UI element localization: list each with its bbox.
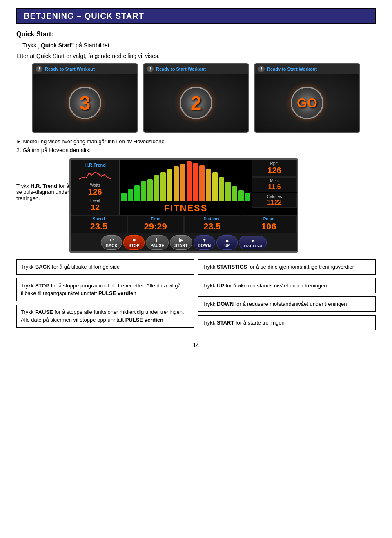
countdown-number-go: GO: [291, 87, 323, 119]
watts-label: Watts: [88, 183, 102, 187]
stats-icon: ●: [251, 238, 254, 243]
hr-graph-icon: [79, 169, 111, 181]
distance-stat: Distance 23.5: [184, 215, 241, 233]
back-label: BACK: [106, 243, 118, 248]
countdown-screen-2: i Ready to Start Workout 2: [143, 63, 249, 133]
screen2-label: Ready to Start Workout: [156, 67, 206, 71]
speed-stat: Speed 23.5: [71, 215, 127, 233]
back-annotation: Trykk BACK for å gå tilbake til forrige …: [16, 259, 194, 275]
statistics-button[interactable]: ● STATISTICS: [239, 236, 266, 249]
mets-label: Mets: [255, 179, 294, 183]
annotation-right: Trykk STATISTICS for å se dine gjennomsn…: [198, 259, 376, 333]
up-button[interactable]: ▲ UP: [216, 235, 238, 250]
watts-value: 126: [88, 187, 102, 197]
pause-annotation: Trykk PAUSE for å stoppe alle funksjoner…: [16, 305, 194, 328]
start-icon: ▶: [179, 237, 183, 243]
countdown-number-3: 3: [69, 87, 101, 119]
distance-label: Distance: [186, 217, 238, 221]
screen1-label: Ready to Start Workout: [45, 67, 95, 71]
start-label: START: [174, 243, 188, 248]
pulse-label: Pulse: [243, 217, 295, 221]
level-label: Level: [90, 198, 100, 203]
screen3-label: Ready to Start Workout: [267, 67, 317, 71]
annotation-area: Trykk BACK for å gå tilbake til forrige …: [16, 259, 376, 333]
step2-intro-text: Etter at Quick Start er valgt, følgende …: [16, 53, 376, 59]
hr-trend-label: H.R.Trend: [85, 162, 106, 167]
step1-text: 1. Trykk „Quick Start" på Startbildet.: [16, 42, 376, 49]
stop-annotation: Trykk STOP for å stoppe programmet du tr…: [16, 278, 194, 301]
rpm-label: Rpm: [255, 161, 294, 166]
bar-chart: [120, 160, 252, 201]
fitness-screen: H.R.Trend Watts 126 Level 12: [69, 158, 298, 253]
info-icon-3: i: [258, 66, 265, 72]
left-annotation: Trykk H.R. Trend for å se puls-diagram u…: [16, 158, 69, 201]
page-title: Betjening – Quick Start: [24, 11, 368, 21]
page-header: Betjening – Quick Start: [16, 8, 376, 24]
fitness-top: H.R.Trend Watts 126 Level 12: [71, 160, 297, 215]
annotation-left: Trykk BACK for å gå tilbake til forrige …: [16, 259, 194, 333]
back-button[interactable]: ↩ BACK: [101, 235, 122, 250]
countdown-row: i Ready to Start Workout 3 i Ready to St…: [16, 63, 376, 133]
up-label: UP: [224, 243, 230, 248]
countdown-screen-3: i Ready to Start Workout 3: [32, 63, 138, 133]
pulse-stat: Pulse 106: [241, 215, 297, 233]
distance-value: 23.5: [186, 221, 238, 232]
countdown-screen-go: i Ready to Start Workout GO: [254, 63, 360, 133]
calories-stat: Calories 1122: [252, 193, 297, 208]
up-icon: ▲: [225, 237, 229, 243]
countdown-number-2: 2: [180, 87, 212, 119]
mets-value: 11.6: [255, 183, 294, 191]
time-value: 29:29: [129, 221, 182, 232]
info-icon-2: i: [147, 66, 154, 72]
section-title: Quick Start:: [16, 31, 376, 38]
pause-button[interactable]: ⏸ PAUSE: [146, 235, 169, 250]
hr-trend-box: H.R.Trend Watts 126 Level 12: [71, 160, 120, 215]
start-button[interactable]: ▶ START: [170, 235, 192, 250]
stop-icon: ■: [133, 237, 136, 243]
fitness-label-row: FITNESS: [120, 201, 252, 215]
control-buttons: ↩ BACK ■ STOP ⏸ PAUSE ▶ START ▼ DOWN ▲ U…: [71, 233, 297, 251]
calories-label: Calories: [255, 194, 294, 199]
bottom-stats-row: Speed 23.5 Time 29:29 Distance 23.5 Puls…: [71, 215, 297, 233]
page-number: 14: [16, 342, 376, 348]
countdown-note: Nedtelling vises hver gang man går inn i…: [16, 138, 376, 145]
pause-icon: ⏸: [155, 237, 160, 243]
down-icon: ▼: [202, 237, 207, 243]
fitness-area: Trykk H.R. Trend for å se puls-diagram u…: [16, 158, 376, 253]
stop-label: STOP: [129, 243, 140, 248]
pulse-value: 106: [243, 221, 295, 232]
mets-stat: Mets 11.6: [252, 177, 297, 192]
start-annotation: Trykk START for å starte treningen: [198, 315, 376, 331]
stop-button[interactable]: ■ STOP: [123, 235, 145, 250]
down-button[interactable]: ▼ DOWN: [194, 235, 216, 250]
statistics-annotation: Trykk STATISTICS for å se dine gjennomsn…: [198, 259, 376, 275]
level-value: 12: [90, 203, 100, 212]
step2-text: 2. Gå inn på Hovedsiden slik:: [16, 147, 376, 153]
calories-value: 1122: [255, 199, 294, 206]
time-label: Time: [129, 217, 182, 221]
speed-value: 23.5: [73, 221, 125, 232]
right-stats: Rpm 126 Mets 11.6 Calories 1122: [252, 160, 297, 215]
up-annotation: Trykk UP for å øke motstands nivået unde…: [198, 278, 376, 293]
rpm-stat: Rpm 126: [252, 160, 297, 177]
down-label: DOWN: [198, 243, 211, 248]
fitness-center-label: FITNESS: [164, 203, 208, 213]
down-annotation: Trykk DOWN for å redusere motstandsnivåe…: [198, 296, 376, 312]
pause-label: PAUSE: [150, 243, 164, 248]
time-stat: Time 29:29: [127, 215, 184, 233]
speed-label: Speed: [73, 217, 125, 221]
rpm-value: 126: [255, 166, 294, 175]
stats-label: STATISTICS: [243, 244, 262, 247]
info-icon-1: i: [36, 66, 42, 72]
hr-trend-annotation: Trykk H.R. Trend for å se puls-diagram u…: [16, 183, 69, 201]
back-icon: ↩: [109, 237, 114, 243]
